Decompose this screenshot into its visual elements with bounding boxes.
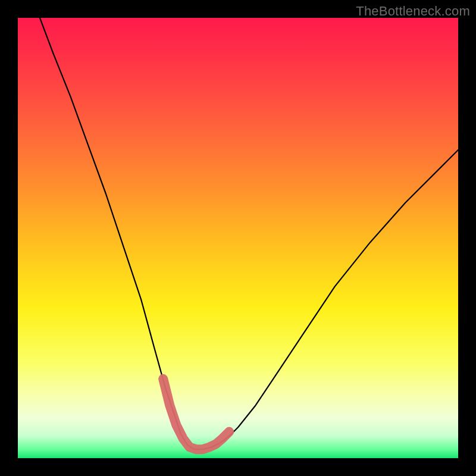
- curve-layer: [18, 18, 458, 458]
- chart-frame: TheBottleneck.com: [0, 0, 476, 476]
- highlight-segment: [163, 379, 229, 449]
- plot-area: [18, 18, 458, 458]
- bottleneck-curve: [40, 18, 458, 449]
- watermark-text: TheBottleneck.com: [356, 4, 470, 19]
